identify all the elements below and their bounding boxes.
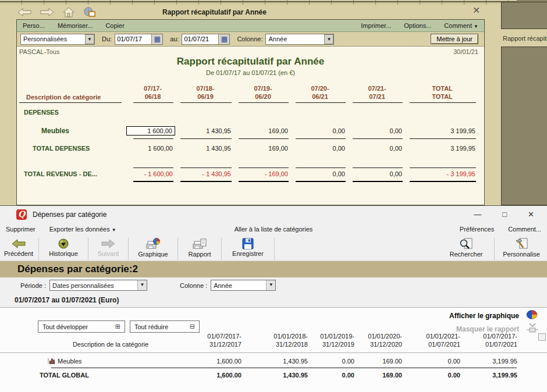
pie-chart-icon[interactable] (526, 310, 538, 320)
cell-value: - 169,00 (232, 170, 289, 177)
category-cell[interactable]: Meubles (12, 358, 175, 365)
toolbar-historique-button[interactable]: Historique (40, 237, 87, 257)
close-icon[interactable]: ✕ (473, 5, 480, 16)
colonne-select[interactable]: Année ▼ (211, 280, 276, 291)
cell-value[interactable]: 169.00 (354, 358, 402, 365)
total-divider (51, 368, 517, 368)
menu-copier[interactable]: Copier (105, 22, 124, 29)
header-rule (18, 101, 484, 103)
cell-value: - 1 430,95 (173, 170, 232, 177)
report-body: PASCAL-Tous 30/01/21 Rapport récapitulat… (17, 47, 484, 205)
expand-all-button[interactable]: Tout développer⊞ (38, 320, 125, 333)
column-header: 07/20-06/21 (289, 84, 346, 101)
cell-value[interactable]: 3 199,95 (403, 127, 476, 134)
date-from-input[interactable] (115, 34, 151, 44)
cell-value[interactable]: 169,00 (232, 127, 289, 134)
chevron-down-icon[interactable]: ▼ (137, 280, 147, 290)
toolbar-rapport-button[interactable]: Rapport (179, 237, 220, 258)
cell-value: 0.00 (308, 372, 354, 379)
save-icon (241, 238, 254, 250)
quicken-logo-icon: Q (16, 209, 27, 220)
arrow-right-icon (101, 238, 116, 250)
column-select[interactable]: Année ▼ (265, 34, 334, 45)
table-row[interactable]: Meubles 1,600.00 1,430.95 0.00 169.00 0.… (12, 355, 517, 368)
menu-comment[interactable]: Comment ▼ (444, 22, 478, 29)
toolbar-rechercher-button[interactable]: Rechercher (439, 237, 493, 258)
depenses-window: Q Dépenses par catégorie — □ ✕ Aller à l… (0, 205, 547, 392)
update-button[interactable]: Mettre à jour (431, 34, 478, 44)
scrollbar-button[interactable] (538, 333, 546, 341)
chevron-down-icon[interactable]: ▼ (324, 34, 333, 44)
cell-value: 0,00 (289, 145, 346, 152)
cell-value[interactable]: 3,199.95 (460, 358, 517, 365)
report-date: 30/01/21 (453, 48, 478, 55)
customize-hammer-icon (514, 238, 528, 250)
toolbar-personnaliser-button[interactable]: Personnalise (496, 237, 547, 258)
cell-value[interactable]: 0,00 (289, 127, 346, 134)
cell-value: 1 430,95 (173, 145, 232, 152)
cell-value[interactable]: 0,00 (346, 127, 403, 134)
sidebar-panel (501, 47, 547, 205)
cell-value: - 1 600,00 (126, 170, 173, 177)
periode-select[interactable]: Dates personnalisées ▼ (49, 280, 147, 291)
sidebar-panel (501, 2, 547, 29)
periode-label: Période : (20, 282, 46, 289)
cell-value[interactable]: 0.00 (308, 358, 354, 365)
report-title: Rapport récapitulatif par Année (17, 56, 484, 67)
column-header: 01/01/2019-31/12/2019 (308, 332, 354, 348)
menu-imprimer[interactable]: Imprimer... (361, 22, 391, 29)
menu-preferences[interactable]: Préférences (460, 226, 494, 233)
row-label: TOTAL DEPENSES (18, 145, 126, 152)
column-header: 01/07/2017-31/12/2017 (175, 332, 241, 348)
grand-total-rule (18, 180, 484, 182)
date-to-input[interactable] (182, 34, 218, 44)
menu-perso[interactable]: Perso... (23, 22, 45, 29)
colonne-label: Colonne : (180, 282, 207, 289)
collapse-all-button[interactable]: Tout réduire⊟ (130, 320, 200, 333)
close-button[interactable]: ✕ (528, 210, 534, 219)
toolbar-enregistrer-button[interactable]: Enregistrer (223, 237, 273, 257)
show-chart-link[interactable]: Afficher le graphique (449, 312, 519, 320)
date-from-field[interactable]: ▦ (115, 34, 163, 45)
cell-value[interactable]: 1,600.00 (175, 358, 241, 365)
date-to-field[interactable]: ▦ (182, 34, 230, 45)
cell-value[interactable]: 1,430.95 (241, 358, 308, 365)
cell-value: 0,00 (289, 170, 346, 177)
column-header: Description de la catégorie (12, 340, 175, 348)
window-toolbar: Précédent Historique Suivant Graphique R… (0, 236, 547, 261)
report-content: Afficher le graphique Masquer le rapport… (0, 307, 547, 392)
menu-memoriser[interactable]: Mémoriser... (58, 22, 93, 29)
maximize-button[interactable]: □ (502, 210, 507, 219)
report-filterbar: Personnalisées ▼ Du: ▦ au: ▦ Colonne: An… (17, 32, 484, 47)
cell-value[interactable]: 1 430,95 (173, 127, 232, 134)
arrow-left-icon (11, 238, 26, 250)
toolbar-precedent-button[interactable]: Précédent (0, 237, 37, 257)
row-label[interactable]: Meubles (18, 127, 126, 135)
chevron-down-icon[interactable]: ▼ (266, 280, 275, 290)
colonne-label: Colonne: (237, 35, 262, 42)
search-icon (459, 238, 473, 250)
hide-report-icon (526, 323, 539, 334)
cell-value[interactable]: 0.00 (402, 358, 460, 365)
cell-value: 3,199.95 (460, 372, 517, 379)
total-label: TOTAL GLOBAL (12, 372, 175, 379)
category-table-header: Description de la catégorie 01/07/2017-3… (12, 332, 517, 348)
du-label: Du: (102, 35, 112, 42)
plus-box-icon: ⊞ (115, 323, 120, 330)
menu-comment[interactable]: Comment... (508, 226, 541, 233)
selected-cell[interactable]: 1 600,00 (126, 126, 175, 136)
sidebar-tab-rapport[interactable]: Rapport récapitu (499, 30, 547, 46)
dropdown-arrow-icon: ▼ (474, 24, 478, 29)
calendar-icon[interactable]: ▦ (218, 34, 229, 44)
calendar-icon[interactable]: ▦ (151, 34, 162, 44)
date-preset-select[interactable]: Personnalisées ▼ (20, 34, 95, 45)
toolbar-graphique-button[interactable]: Graphique (130, 237, 176, 258)
cell-value: 1,430.95 (241, 372, 308, 379)
minimize-button[interactable]: — (474, 210, 481, 219)
toolbar-suivant-button[interactable]: Suivant (90, 237, 127, 257)
print-report-icon (192, 238, 207, 250)
menu-options[interactable]: Options... (404, 22, 431, 29)
chevron-down-icon[interactable]: ▼ (85, 34, 94, 44)
date-range-label: 01/07/2017 au 01/07/2021 (Euro) (0, 293, 547, 307)
table-row[interactable]: Meubles 1 600,00 1 430,95 169,00 0,00 0,… (18, 125, 484, 137)
